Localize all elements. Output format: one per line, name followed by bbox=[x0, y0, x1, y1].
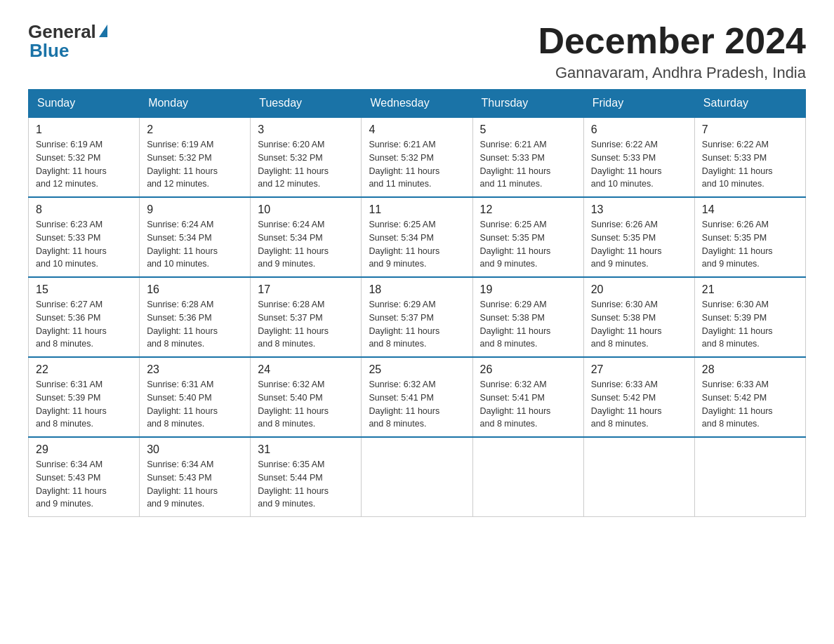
day-number: 27 bbox=[591, 363, 687, 376]
day-info: Sunrise: 6:23 AMSunset: 5:33 PMDaylight:… bbox=[36, 218, 132, 271]
day-info: Sunrise: 6:29 AMSunset: 5:38 PMDaylight:… bbox=[480, 298, 576, 351]
day-number: 21 bbox=[702, 283, 798, 296]
header-wednesday: Wednesday bbox=[362, 90, 472, 118]
day-info: Sunrise: 6:29 AMSunset: 5:37 PMDaylight:… bbox=[369, 298, 465, 351]
day-info: Sunrise: 6:30 AMSunset: 5:39 PMDaylight:… bbox=[702, 298, 798, 351]
calendar-cell bbox=[472, 437, 583, 517]
logo-triangle-icon bbox=[99, 25, 107, 37]
day-number: 7 bbox=[702, 123, 798, 136]
day-number: 2 bbox=[147, 123, 243, 136]
day-info: Sunrise: 6:26 AMSunset: 5:35 PMDaylight:… bbox=[702, 218, 798, 271]
header-row: SundayMondayTuesdayWednesdayThursdayFrid… bbox=[29, 90, 806, 118]
day-info: Sunrise: 6:24 AMSunset: 5:34 PMDaylight:… bbox=[258, 218, 354, 271]
calendar-cell: 20 Sunrise: 6:30 AMSunset: 5:38 PMDaylig… bbox=[583, 277, 694, 357]
day-number: 11 bbox=[369, 203, 465, 216]
calendar-cell: 26 Sunrise: 6:32 AMSunset: 5:41 PMDaylig… bbox=[472, 357, 583, 437]
day-number: 20 bbox=[591, 283, 687, 296]
header-friday: Friday bbox=[583, 90, 694, 118]
title-section: December 2024 Gannavaram, Andhra Pradesh… bbox=[538, 21, 806, 82]
day-number: 28 bbox=[702, 363, 798, 376]
day-number: 29 bbox=[36, 443, 132, 456]
page-title: December 2024 bbox=[538, 21, 806, 61]
calendar-cell bbox=[583, 437, 694, 517]
day-number: 9 bbox=[147, 203, 243, 216]
day-info: Sunrise: 6:35 AMSunset: 5:44 PMDaylight:… bbox=[258, 458, 354, 511]
day-number: 12 bbox=[480, 203, 576, 216]
day-info: Sunrise: 6:20 AMSunset: 5:32 PMDaylight:… bbox=[258, 138, 354, 191]
day-number: 8 bbox=[36, 203, 132, 216]
calendar-cell: 9 Sunrise: 6:24 AMSunset: 5:34 PMDayligh… bbox=[140, 197, 251, 277]
day-info: Sunrise: 6:33 AMSunset: 5:42 PMDaylight:… bbox=[591, 378, 687, 431]
calendar-cell: 28 Sunrise: 6:33 AMSunset: 5:42 PMDaylig… bbox=[694, 357, 805, 437]
day-number: 13 bbox=[591, 203, 687, 216]
day-info: Sunrise: 6:21 AMSunset: 5:33 PMDaylight:… bbox=[480, 138, 576, 191]
day-info: Sunrise: 6:34 AMSunset: 5:43 PMDaylight:… bbox=[36, 458, 132, 511]
page-subtitle: Gannavaram, Andhra Pradesh, India bbox=[538, 64, 806, 82]
calendar-cell: 18 Sunrise: 6:29 AMSunset: 5:37 PMDaylig… bbox=[362, 277, 472, 357]
day-number: 23 bbox=[147, 363, 243, 376]
week-row-1: 1 Sunrise: 6:19 AMSunset: 5:32 PMDayligh… bbox=[29, 117, 806, 197]
day-info: Sunrise: 6:32 AMSunset: 5:41 PMDaylight:… bbox=[480, 378, 576, 431]
calendar-cell: 16 Sunrise: 6:28 AMSunset: 5:36 PMDaylig… bbox=[140, 277, 251, 357]
calendar-body: 1 Sunrise: 6:19 AMSunset: 5:32 PMDayligh… bbox=[29, 117, 806, 517]
week-row-5: 29 Sunrise: 6:34 AMSunset: 5:43 PMDaylig… bbox=[29, 437, 806, 517]
day-info: Sunrise: 6:25 AMSunset: 5:34 PMDaylight:… bbox=[369, 218, 465, 271]
calendar-cell: 15 Sunrise: 6:27 AMSunset: 5:36 PMDaylig… bbox=[29, 277, 140, 357]
day-number: 18 bbox=[369, 283, 465, 296]
calendar-cell: 11 Sunrise: 6:25 AMSunset: 5:34 PMDaylig… bbox=[362, 197, 472, 277]
header-saturday: Saturday bbox=[694, 90, 805, 118]
calendar-cell: 30 Sunrise: 6:34 AMSunset: 5:43 PMDaylig… bbox=[140, 437, 251, 517]
calendar-cell: 3 Sunrise: 6:20 AMSunset: 5:32 PMDayligh… bbox=[251, 117, 362, 197]
day-info: Sunrise: 6:25 AMSunset: 5:35 PMDaylight:… bbox=[480, 218, 576, 271]
calendar-cell: 8 Sunrise: 6:23 AMSunset: 5:33 PMDayligh… bbox=[29, 197, 140, 277]
week-row-4: 22 Sunrise: 6:31 AMSunset: 5:39 PMDaylig… bbox=[29, 357, 806, 437]
page-header: General Blue December 2024 Gannavaram, A… bbox=[28, 21, 806, 82]
header-tuesday: Tuesday bbox=[251, 90, 362, 118]
day-info: Sunrise: 6:21 AMSunset: 5:32 PMDaylight:… bbox=[369, 138, 465, 191]
day-number: 17 bbox=[258, 283, 354, 296]
day-info: Sunrise: 6:31 AMSunset: 5:39 PMDaylight:… bbox=[36, 378, 132, 431]
calendar-cell: 5 Sunrise: 6:21 AMSunset: 5:33 PMDayligh… bbox=[472, 117, 583, 197]
calendar-cell bbox=[362, 437, 472, 517]
day-info: Sunrise: 6:31 AMSunset: 5:40 PMDaylight:… bbox=[147, 378, 243, 431]
calendar-cell: 7 Sunrise: 6:22 AMSunset: 5:33 PMDayligh… bbox=[694, 117, 805, 197]
calendar-cell: 2 Sunrise: 6:19 AMSunset: 5:32 PMDayligh… bbox=[140, 117, 251, 197]
calendar-cell: 1 Sunrise: 6:19 AMSunset: 5:32 PMDayligh… bbox=[29, 117, 140, 197]
week-row-2: 8 Sunrise: 6:23 AMSunset: 5:33 PMDayligh… bbox=[29, 197, 806, 277]
day-info: Sunrise: 6:22 AMSunset: 5:33 PMDaylight:… bbox=[591, 138, 687, 191]
day-number: 10 bbox=[258, 203, 354, 216]
calendar-header: SundayMondayTuesdayWednesdayThursdayFrid… bbox=[29, 90, 806, 118]
day-number: 6 bbox=[591, 123, 687, 136]
calendar-cell: 27 Sunrise: 6:33 AMSunset: 5:42 PMDaylig… bbox=[583, 357, 694, 437]
calendar-cell: 19 Sunrise: 6:29 AMSunset: 5:38 PMDaylig… bbox=[472, 277, 583, 357]
day-info: Sunrise: 6:26 AMSunset: 5:35 PMDaylight:… bbox=[591, 218, 687, 271]
calendar-cell: 25 Sunrise: 6:32 AMSunset: 5:41 PMDaylig… bbox=[362, 357, 472, 437]
header-sunday: Sunday bbox=[29, 90, 140, 118]
logo: General Blue bbox=[28, 21, 107, 62]
calendar-cell: 10 Sunrise: 6:24 AMSunset: 5:34 PMDaylig… bbox=[251, 197, 362, 277]
calendar-cell: 21 Sunrise: 6:30 AMSunset: 5:39 PMDaylig… bbox=[694, 277, 805, 357]
calendar-cell: 23 Sunrise: 6:31 AMSunset: 5:40 PMDaylig… bbox=[140, 357, 251, 437]
calendar-cell: 12 Sunrise: 6:25 AMSunset: 5:35 PMDaylig… bbox=[472, 197, 583, 277]
day-number: 24 bbox=[258, 363, 354, 376]
header-monday: Monday bbox=[140, 90, 251, 118]
calendar-cell: 22 Sunrise: 6:31 AMSunset: 5:39 PMDaylig… bbox=[29, 357, 140, 437]
day-info: Sunrise: 6:22 AMSunset: 5:33 PMDaylight:… bbox=[702, 138, 798, 191]
day-number: 3 bbox=[258, 123, 354, 136]
day-info: Sunrise: 6:19 AMSunset: 5:32 PMDaylight:… bbox=[147, 138, 243, 191]
day-number: 31 bbox=[258, 443, 354, 456]
day-number: 26 bbox=[480, 363, 576, 376]
week-row-3: 15 Sunrise: 6:27 AMSunset: 5:36 PMDaylig… bbox=[29, 277, 806, 357]
day-number: 4 bbox=[369, 123, 465, 136]
day-info: Sunrise: 6:34 AMSunset: 5:43 PMDaylight:… bbox=[147, 458, 243, 511]
calendar-cell: 31 Sunrise: 6:35 AMSunset: 5:44 PMDaylig… bbox=[251, 437, 362, 517]
day-info: Sunrise: 6:24 AMSunset: 5:34 PMDaylight:… bbox=[147, 218, 243, 271]
logo-blue-text: Blue bbox=[29, 40, 69, 62]
day-info: Sunrise: 6:28 AMSunset: 5:37 PMDaylight:… bbox=[258, 298, 354, 351]
day-info: Sunrise: 6:32 AMSunset: 5:41 PMDaylight:… bbox=[369, 378, 465, 431]
calendar-cell: 4 Sunrise: 6:21 AMSunset: 5:32 PMDayligh… bbox=[362, 117, 472, 197]
calendar-cell bbox=[694, 437, 805, 517]
day-info: Sunrise: 6:30 AMSunset: 5:38 PMDaylight:… bbox=[591, 298, 687, 351]
calendar-cell: 24 Sunrise: 6:32 AMSunset: 5:40 PMDaylig… bbox=[251, 357, 362, 437]
calendar-cell: 17 Sunrise: 6:28 AMSunset: 5:37 PMDaylig… bbox=[251, 277, 362, 357]
